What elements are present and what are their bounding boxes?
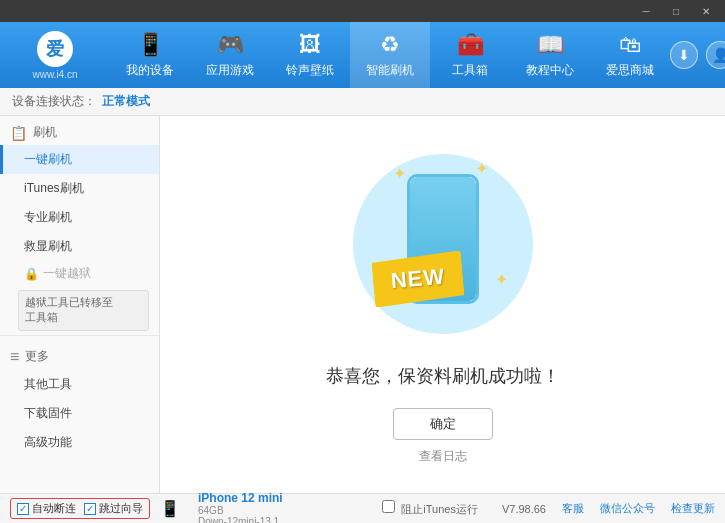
sparkle-1: ✦ [393, 164, 406, 183]
nav-items: 📱 我的设备 🎮 应用游戏 🖼 铃声壁纸 ♻ 智能刷机 🧰 工具箱 📖 教 [110, 22, 670, 88]
new-badge-text: NEW [389, 264, 445, 295]
device-info: iPhone 12 mini 64GB Down-12mini-13,1 [198, 491, 283, 524]
nav-wei-store[interactable]: 🛍 爱思商城 [590, 22, 670, 88]
bottom-bar: ✓ 自动断连 ✓ 跳过向导 📱 iPhone 12 mini 64GB Down… [0, 493, 725, 523]
status-label: 设备连接状态： [12, 93, 96, 110]
nav-tutorial-label: 教程中心 [526, 62, 574, 79]
device-storage: 64GB [198, 505, 283, 516]
logo-area: 爱 www.i4.cn [0, 22, 110, 88]
check-update-link[interactable]: 检查更新 [671, 501, 715, 516]
auto-dismiss-label: 自动断连 [32, 501, 76, 516]
stop-itunes-checkbox-area: 阻止iTunes运行 [382, 500, 478, 517]
skip-wizard-checkbox[interactable]: ✓ [84, 503, 96, 515]
logo-circle: 爱 [37, 31, 73, 67]
header-right: ⬇ 👤 [670, 41, 725, 69]
nav-wallpaper[interactable]: 🖼 铃声壁纸 [270, 22, 350, 88]
sidebar-locked-jailbreak: 🔒 一键越狱 [0, 261, 159, 286]
device-firmware: Down-12mini-13,1 [198, 516, 283, 524]
sidebar-section-more: ≡ 更多 [0, 340, 159, 370]
sidebar-item-other-tools[interactable]: 其他工具 [0, 370, 159, 399]
flash-section-icon: 📋 [10, 125, 27, 141]
confirm-button[interactable]: 确定 [393, 408, 493, 440]
lock-icon: 🔒 [24, 267, 39, 281]
nav-apps-label: 应用游戏 [206, 62, 254, 79]
sidebar-item-one-key-flash[interactable]: 一键刷机 [0, 145, 159, 174]
nav-wei-store-icon: 🛍 [619, 32, 641, 58]
stop-itunes-label: 阻止iTunes运行 [401, 503, 478, 515]
status-value: 正常模式 [102, 93, 150, 110]
nav-toolbox-label: 工具箱 [452, 62, 488, 79]
nav-toolbox[interactable]: 🧰 工具箱 [430, 22, 510, 88]
download-button[interactable]: ⬇ [670, 41, 698, 69]
version-label: V7.98.66 [502, 503, 546, 515]
sidebar-divider [0, 335, 159, 336]
nav-apps-games[interactable]: 🎮 应用游戏 [190, 22, 270, 88]
checkbox-group: ✓ 自动断连 ✓ 跳过向导 [10, 498, 150, 519]
wechat-link[interactable]: 微信公众号 [600, 501, 655, 516]
checkbox-skip-wizard[interactable]: ✓ 跳过向导 [84, 501, 143, 516]
sidebar-jailbreak-note: 越狱工具已转移至 工具箱 [18, 290, 149, 331]
stop-itunes-checkbox[interactable] [382, 500, 395, 513]
nav-wei-store-label: 爱思商城 [606, 62, 654, 79]
main-content: ✦ ✦ ✦ NEW 恭喜您，保资料刷机成功啦！ 确定 查看日志 [160, 116, 725, 493]
title-bar: ─ □ ✕ [0, 0, 725, 22]
sidebar-section-flash: 📋 刷机 [0, 116, 159, 145]
sidebar-item-recovery-flash[interactable]: 救显刷机 [0, 232, 159, 261]
minimize-button[interactable]: ─ [631, 0, 661, 22]
nav-smart-flash-label: 智能刷机 [366, 62, 414, 79]
more-section-icon: ≡ [10, 348, 19, 366]
device-icon: 📱 [160, 499, 180, 518]
nav-smart-flash-icon: ♻ [380, 32, 400, 58]
bottom-right: 阻止iTunes运行 V7.98.66 客服 微信公众号 检查更新 [382, 500, 715, 517]
sidebar-item-advanced[interactable]: 高级功能 [0, 428, 159, 457]
nav-tutorial-icon: 📖 [537, 32, 564, 58]
nav-smart-flash[interactable]: ♻ 智能刷机 [350, 22, 430, 88]
status-bar: 设备连接状态： 正常模式 [0, 88, 725, 116]
user-button[interactable]: 👤 [706, 41, 725, 69]
sparkle-3: ✦ [495, 270, 508, 289]
success-illustration: ✦ ✦ ✦ NEW [343, 144, 543, 344]
flash-section-label: 刷机 [33, 124, 57, 141]
nav-wallpaper-label: 铃声壁纸 [286, 62, 334, 79]
sidebar-item-itunes-flash[interactable]: iTunes刷机 [0, 174, 159, 203]
header: 爱 www.i4.cn 📱 我的设备 🎮 应用游戏 🖼 铃声壁纸 ♻ 智能刷机 [0, 22, 725, 88]
nav-wallpaper-icon: 🖼 [299, 32, 321, 58]
sparkle-2: ✦ [475, 159, 488, 178]
nav-tutorial[interactable]: 📖 教程中心 [510, 22, 590, 88]
main-area: 📋 刷机 一键刷机 iTunes刷机 专业刷机 救显刷机 🔒 一键越狱 越狱工具… [0, 116, 725, 493]
nav-my-device[interactable]: 📱 我的设备 [110, 22, 190, 88]
close-button[interactable]: ✕ [691, 0, 721, 22]
logo-icon: 爱 [46, 37, 64, 61]
logo-tagline: www.i4.cn [32, 69, 77, 80]
success-text: 恭喜您，保资料刷机成功啦！ [326, 364, 560, 388]
maximize-button[interactable]: □ [661, 0, 691, 22]
checkbox-auto-dismiss[interactable]: ✓ 自动断连 [17, 501, 76, 516]
auto-dismiss-checkbox[interactable]: ✓ [17, 503, 29, 515]
nav-my-device-label: 我的设备 [126, 62, 174, 79]
nav-toolbox-icon: 🧰 [457, 32, 484, 58]
sidebar-item-download-firmware[interactable]: 下载固件 [0, 399, 159, 428]
service-link[interactable]: 客服 [562, 501, 584, 516]
more-section-label: 更多 [25, 348, 49, 365]
skip-wizard-label: 跳过向导 [99, 501, 143, 516]
nav-apps-icon: 🎮 [217, 32, 244, 58]
sidebar-item-pro-flash[interactable]: 专业刷机 [0, 203, 159, 232]
nav-my-device-icon: 📱 [137, 32, 164, 58]
view-log-link[interactable]: 查看日志 [419, 448, 467, 465]
sidebar: 📋 刷机 一键刷机 iTunes刷机 专业刷机 救显刷机 🔒 一键越狱 越狱工具… [0, 116, 160, 493]
